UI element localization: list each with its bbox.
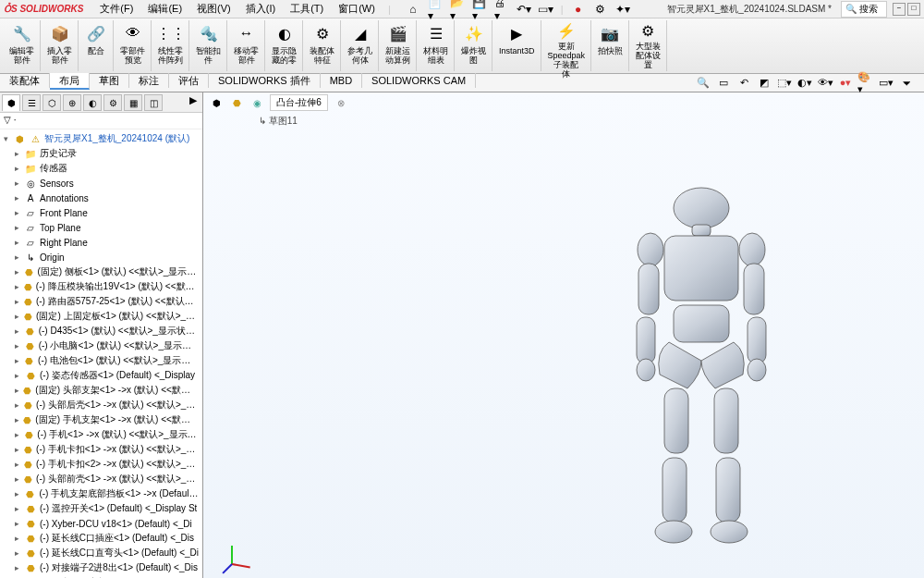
tree-node[interactable]: ▸⬣(固定) 头部支架<1> ->x (默认) <<默认>_显示状态 [2,383,201,398]
tree-node[interactable]: ▸▱Top Plane [2,220,201,235]
menu-工具(T)[interactable]: 工具(T) [283,1,331,16]
hide-show-icon[interactable]: 👁▾ [817,76,833,91]
rebuild-icon[interactable]: ● [571,2,586,17]
tree-node[interactable]: ▸⬣(-) 降压模块输出19V<1> (默认) <<默认>_显示状 [2,279,201,294]
bc-nav-icon[interactable]: ⬢ [209,95,224,110]
breadcrumb-sub[interactable]: ↳ 草图11 [259,115,298,128]
menu-文件(F)[interactable]: 文件(F) [92,1,140,16]
ribbon-更新Speedpak子装配体[interactable]: ⚡更新 Speedpak 子装配 体 [542,20,591,71]
bc-close-icon[interactable]: ⊗ [334,95,348,110]
ribbon-Instant3D[interactable]: ▶Instant3D [493,20,541,71]
tree-node[interactable]: ▸▱Right Plane [2,235,201,250]
zoom-fit-icon[interactable]: 🔍 [695,76,711,91]
ribbon-拍快照[interactable]: 📷拍快照 [592,20,629,71]
feature-tree-tab[interactable]: ⬢ [2,94,20,111]
new-icon[interactable]: 📄▾ [428,2,443,17]
view-settings-icon[interactable]: ▭▾ [878,76,894,91]
menu-插入(I)[interactable]: 插入(I) [238,1,283,16]
tree-node[interactable]: ▸⬣(-) 路由器5757-25<1> (默认) <<默认>_显示状态 [2,294,201,309]
tree-node[interactable]: ▸⬣(-) 延长线C口直弯头<1> (Default) <_Di [2,546,201,560]
menu-编辑(E)[interactable]: 编辑(E) [140,1,189,16]
print-icon[interactable]: 🖨▾ [494,2,509,17]
tree-node[interactable]: ▸AAnnotations [2,191,201,205]
ribbon-零部件预览[interactable]: 👁零部件 预览 [115,20,152,71]
scene-icon[interactable]: 🎨▾ [857,76,874,91]
tree-node[interactable]: ▸⬣(-) 姿态传感器<1> (Default) <_Display [2,368,201,383]
tree-node[interactable]: ▸⬣(-) 延长线C口插座<1> (Default) <_Dis [2,531,201,546]
tree-node[interactable]: ▸⬣(固定) 上固定板<1> (默认) <<默认>_显示状态 1 [2,309,201,324]
settings-icon[interactable]: ✦▾ [615,2,630,17]
tree-node[interactable]: ▸◎Sensors [2,176,201,191]
tree-node[interactable]: ▸⬣(-) 手机支架底部挡板<1> ->x (Default) < [2,486,201,501]
home-icon[interactable]: ⌂ [406,2,420,17]
tree-node[interactable]: ▾⬢⚠智元灵犀X1_整机_20241024 (默认) [2,131,201,146]
extra-tab-1[interactable]: ▦ [124,94,142,111]
ribbon-大型装配体设置[interactable]: ⚙大型装 配体设 置 [630,20,667,71]
tree-node[interactable]: ▸⬣(-) D435<1> (默认) <<默认>_显示状态 1> [2,324,201,338]
tree-node[interactable]: ▸↳Origin [2,250,201,264]
tree-node[interactable]: ▸📁传感器 [2,161,201,176]
tree-node[interactable]: ▸⬣(-) 手机卡扣<1> ->x (默认) <<默认>_显示状态 1 [2,442,201,457]
tab-MBD[interactable]: MBD [321,73,362,88]
graphics-viewport[interactable]: ⬢ ⬣ ◉ 凸台-拉伸6 ⊗ ↳ 草图11 [203,92,924,578]
save-icon[interactable]: 💾▾ [472,2,487,17]
bc-body-icon[interactable]: ◉ [249,95,264,110]
extra-tab-2[interactable]: ◫ [144,94,163,111]
ribbon-装配体特征[interactable]: ⚙装配体 特征 [304,20,341,71]
undo-icon[interactable]: ↶▾ [517,2,531,17]
tree-node[interactable]: ▸⬣(-) 对接端子2进8出<1> (Default) <_Dis [2,560,201,575]
ribbon-编辑零部件[interactable]: 🔧编辑零 部件 [4,20,41,71]
breadcrumb-current[interactable]: 凸台-拉伸6 [270,94,328,111]
tab-草图[interactable]: 草图 [90,73,129,88]
ribbon-插入零部件[interactable]: 📦插入零 部件 [42,20,79,71]
tab-装配体[interactable]: 装配体 [0,73,50,88]
menu-视图(V)[interactable]: 视图(V) [189,1,238,16]
ribbon-新建运动算例[interactable]: 🎬新建运 动算例 [380,20,417,71]
ribbon-参考几何体[interactable]: ◢参考几 何体 [342,20,379,71]
tab-布局[interactable]: 布局 [50,73,90,90]
view-orient-icon[interactable]: ⬚▾ [776,76,793,91]
options-icon[interactable]: ⚙ [593,2,608,17]
ribbon-线性零件阵列[interactable]: ⋮⋮线性零 件阵列 [152,20,189,71]
minimize-button[interactable]: − [893,3,906,16]
ribbon-移动零部件[interactable]: ↔移动零 部件 [228,20,265,71]
tab-SOLIDWORKS 插件[interactable]: SOLIDWORKS 插件 [209,73,321,88]
search-input[interactable]: 🔍 搜索 [841,1,887,18]
cam-tab[interactable]: ⚙ [103,94,122,111]
tree-node[interactable]: ▸⬣(-) 电池包<1> (默认) <<默认>_显示状态 1> [2,353,201,368]
filter-row[interactable]: ▽ · [0,113,202,129]
ribbon-爆炸视图[interactable]: ✨爆炸视 图 [456,20,492,71]
maximize-button[interactable]: □ [907,3,920,16]
tree-node[interactable]: ▸⬣(固定) 侧板<1> (默认) <<默认>_显示状态 1> [2,264,201,279]
config-tab[interactable]: ⬡ [43,94,61,111]
ribbon-配合[interactable]: 🔗配合 [79,20,114,71]
section-icon[interactable]: ◩ [756,76,772,91]
tree-node[interactable]: ▸⬣(-) 遥控开关<1> (Default) <_Display St [2,501,201,516]
prev-view-icon[interactable]: ↶ [736,76,752,91]
tree-node[interactable]: ▸⬣(-) 小电脑<1> (默认) <<默认>_显示状态 1 [2,338,201,353]
tree-node[interactable]: ▸⬣(-) 手机<1> ->x (默认) <<默认>_显示状态 1> [2,427,201,442]
appearance-icon[interactable]: ●▾ [837,76,854,91]
menu-窗口(W)[interactable]: 窗口(W) [331,1,383,16]
select-icon[interactable]: ▭▾ [539,2,553,17]
ribbon-显示隐藏的零[interactable]: ◐显示隐 藏的零 [266,20,303,71]
tree-node[interactable]: ▸⬣(-) 手机卡扣<2> ->x (默认) <<默认>_显示状态 1 [2,457,201,472]
tree-node[interactable]: ▸📁历史记录 [2,146,201,161]
view-triad[interactable] [213,532,249,569]
panel-expand-icon[interactable]: ▶ [186,94,201,110]
tree-node[interactable]: ▸⬣(-) 头部前壳<1> ->x (默认) <<默认>_显示状态 1 [2,472,201,486]
dropdown-icon[interactable]: ⏷ [898,76,915,91]
property-tab[interactable]: ☰ [22,94,41,111]
display-tab[interactable]: ◐ [83,94,102,111]
open-icon[interactable]: 📂▾ [450,2,465,17]
tree-node[interactable]: ▸▱Front Plane [2,205,201,220]
tab-评估[interactable]: 评估 [169,73,209,88]
tree-node[interactable]: ▸⬣(-) 头部后壳<1> ->x (默认) <<默认>_显示状态 1 [2,398,201,412]
display-style-icon[interactable]: ◐▾ [796,76,813,91]
ribbon-智能扣件[interactable]: 🔩智能扣 件 [190,20,227,71]
ribbon-材料明细表[interactable]: ☰材料明 细表 [418,20,455,71]
tab-SOLIDWORKS CAM[interactable]: SOLIDWORKS CAM [362,73,476,88]
tab-标注[interactable]: 标注 [129,73,169,88]
dimxpert-tab[interactable]: ⊕ [63,94,81,111]
zoom-area-icon[interactable]: ▭ [715,76,732,91]
